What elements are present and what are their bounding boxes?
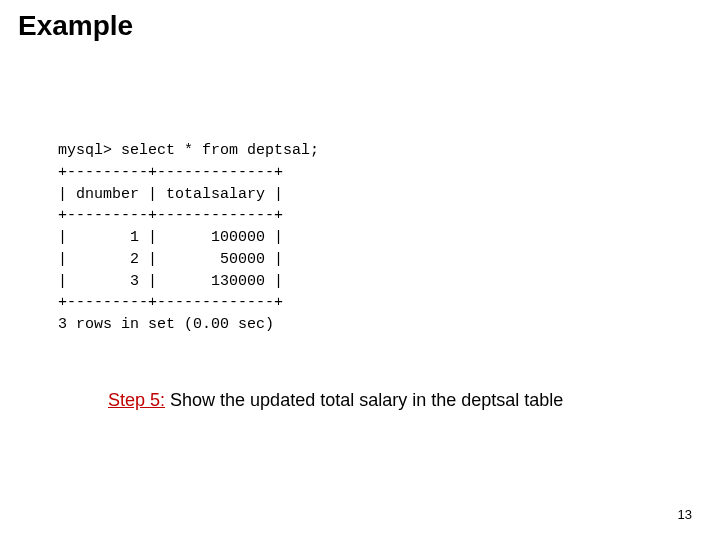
terminal-output: mysql> select * from deptsal; +---------… [58,140,319,336]
table-row: | 3 | 130000 | [58,273,283,290]
terminal-summary: 3 rows in set (0.00 sec) [58,316,274,333]
slide: Example mysql> select * from deptsal; +-… [0,0,720,540]
terminal-header-row: | dnumber | totalsalary | [58,186,283,203]
step-label: Step 5: [108,390,165,410]
terminal-prompt-line: mysql> select * from deptsal; [58,142,319,159]
step-caption: Step 5: Show the updated total salary in… [108,390,563,411]
terminal-border-bottom: +---------+-------------+ [58,294,283,311]
slide-title: Example [18,10,133,42]
terminal-border-mid: +---------+-------------+ [58,207,283,224]
table-row: | 2 | 50000 | [58,251,283,268]
terminal-border-top: +---------+-------------+ [58,164,283,181]
page-number: 13 [678,507,692,522]
step-text: Show the updated total salary in the dep… [165,390,563,410]
table-row: | 1 | 100000 | [58,229,283,246]
